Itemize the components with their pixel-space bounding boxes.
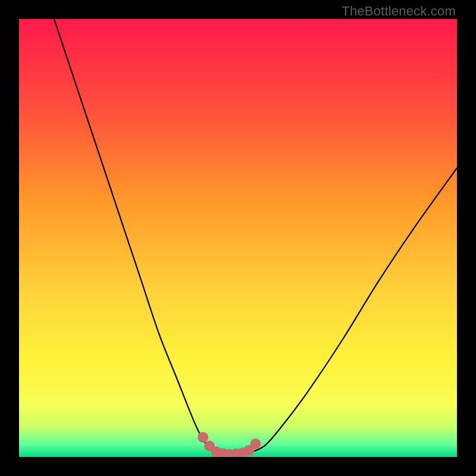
marker-point <box>250 439 261 449</box>
curve-layer <box>19 19 457 457</box>
bottleneck-curve <box>54 19 457 455</box>
marker-point <box>198 432 208 443</box>
watermark-label: TheBottleneck.com <box>342 4 456 19</box>
chart-frame: TheBottleneck.com <box>0 0 476 476</box>
marker-group <box>198 432 261 457</box>
plot-area <box>19 19 457 457</box>
